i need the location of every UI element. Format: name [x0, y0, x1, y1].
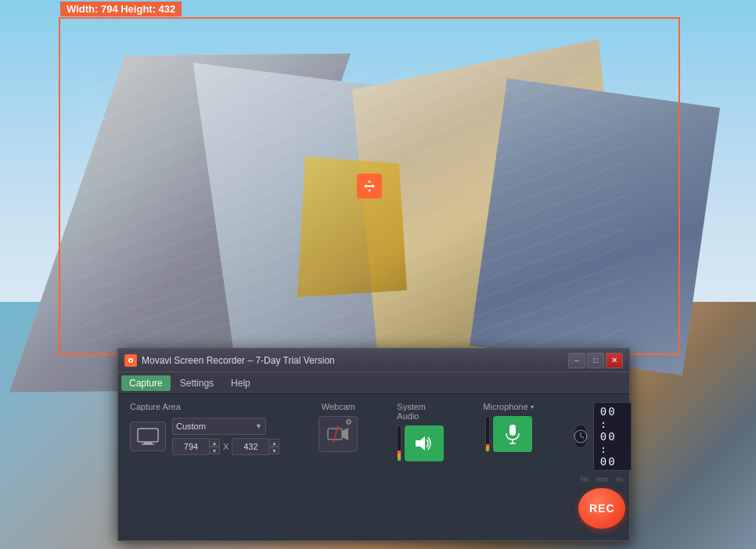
svg-point-3: [130, 359, 132, 361]
dropdown-arrow: ▼: [255, 422, 262, 430]
svg-marker-8: [342, 428, 348, 440]
svg-rect-11: [509, 425, 516, 436]
preset-label: Custom: [176, 422, 206, 431]
menu-bar: Capture Settings Help: [118, 372, 629, 394]
width-spinners: ▲ ▼: [209, 439, 220, 454]
capture-area-section: Capture Area Custom ▼: [130, 402, 279, 455]
dimension-separator: X: [223, 442, 229, 451]
clock-svg: [574, 429, 588, 443]
close-button[interactable]: ✕: [606, 353, 623, 368]
title-bar: Movavi Screen Recorder – 7-Day Trial Ver…: [118, 349, 629, 372]
height-up-button[interactable]: ▲: [268, 439, 279, 447]
height-down-button[interactable]: ▼: [268, 447, 279, 454]
timer-labels: hh mm ss: [581, 475, 623, 483]
svg-rect-4: [138, 429, 158, 442]
microphone-icon: [504, 424, 521, 444]
timer-row: 00 : 00 : 00: [573, 402, 632, 471]
clock-icon: [573, 425, 589, 448]
height-input[interactable]: 432: [232, 438, 269, 455]
rec-label: REC: [589, 502, 615, 515]
preset-dropdown[interactable]: Custom ▼: [172, 418, 266, 435]
monitor-icon: [137, 428, 159, 445]
svg-marker-10: [416, 436, 425, 450]
menu-capture[interactable]: Capture: [121, 375, 171, 391]
width-up-button[interactable]: ▲: [209, 439, 220, 447]
system-audio-button[interactable]: [405, 425, 444, 461]
speaker-icon: [414, 435, 434, 452]
menu-settings[interactable]: Settings: [172, 375, 221, 391]
microphone-button[interactable]: [493, 416, 532, 452]
capture-controls: Custom ▼ 794 ▲ ▼: [130, 418, 279, 455]
svg-line-16: [581, 436, 584, 438]
dimensions-row: 794 ▲ ▼ X 432: [172, 438, 279, 455]
system-audio-section: System Audio: [397, 402, 444, 461]
width-input[interactable]: 794: [172, 438, 210, 455]
mic-audio-level: [485, 416, 490, 452]
app-icon: [124, 354, 137, 367]
timer-display: 00 : 00 : 00: [593, 402, 632, 471]
webcam-settings-icon[interactable]: ⚙: [345, 418, 356, 429]
capture-area-label: Capture Area: [130, 402, 279, 411]
width-down-button[interactable]: ▼: [209, 447, 220, 454]
window-controls: – □ ✕: [568, 353, 623, 368]
main-content: Capture Area Custom ▼: [118, 394, 629, 540]
system-audio-level: [397, 425, 401, 461]
minimize-button[interactable]: –: [568, 353, 585, 368]
capture-preset-controls: Custom ▼ 794 ▲ ▼: [172, 418, 279, 455]
maximize-button[interactable]: □: [587, 353, 604, 368]
webcam-section: Webcam ⚙: [319, 402, 358, 452]
height-spinners: ▲ ▼: [268, 439, 279, 454]
app-window: Movavi Screen Recorder – 7-Day Trial Ver…: [117, 348, 630, 541]
menu-help[interactable]: Help: [223, 375, 258, 391]
timer-rec-section: 00 : 00 : 00 hh mm ss REC: [573, 402, 632, 529]
system-audio-label: System Audio: [397, 402, 444, 421]
screen-icon-button[interactable]: [130, 422, 166, 451]
webcam-label: Webcam: [322, 402, 355, 411]
mic-level-fill: [486, 444, 489, 451]
window-title: Movavi Screen Recorder – 7-Day Trial Ver…: [142, 355, 568, 366]
rec-button[interactable]: REC: [578, 488, 625, 529]
microphone-section: Microphone ▾: [483, 402, 533, 452]
microphone-label: Microphone ▾: [483, 402, 533, 411]
audio-level-fill: [398, 450, 401, 461]
